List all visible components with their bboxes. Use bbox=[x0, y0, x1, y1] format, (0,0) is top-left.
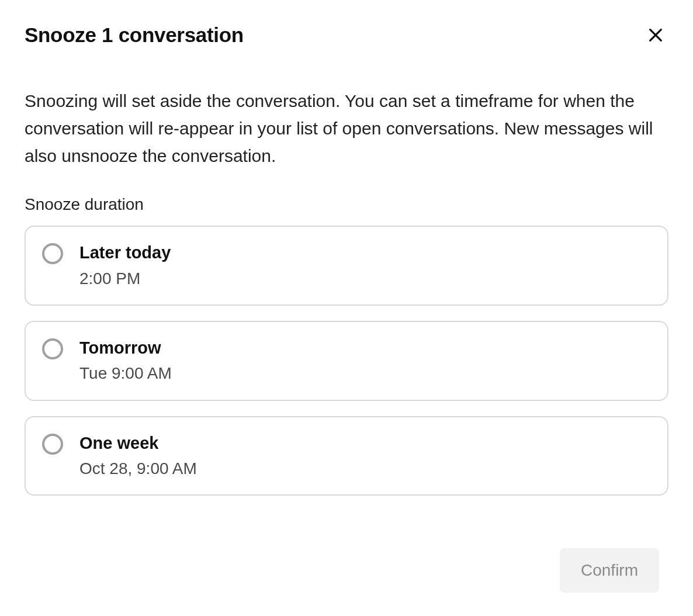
dialog-footer: Confirm bbox=[560, 548, 659, 593]
option-title: Tomorrow bbox=[79, 337, 172, 358]
option-subtitle: Tue 9:00 AM bbox=[79, 363, 172, 384]
option-subtitle: 2:00 PM bbox=[79, 268, 171, 289]
snooze-option-tomorrow[interactable]: Tomorrow Tue 9:00 AM bbox=[25, 321, 668, 401]
snooze-options: Later today 2:00 PM Tomorrow Tue 9:00 AM… bbox=[25, 226, 668, 496]
option-subtitle: Oct 28, 9:00 AM bbox=[79, 458, 197, 479]
option-text: One week Oct 28, 9:00 AM bbox=[79, 432, 197, 480]
snooze-option-one-week[interactable]: One week Oct 28, 9:00 AM bbox=[25, 416, 668, 496]
close-button[interactable] bbox=[643, 22, 668, 48]
option-text: Tomorrow Tue 9:00 AM bbox=[79, 337, 172, 385]
confirm-button[interactable]: Confirm bbox=[560, 548, 659, 593]
dialog-header: Snooze 1 conversation bbox=[25, 22, 668, 48]
close-icon bbox=[646, 26, 665, 44]
dialog-description: Snoozing will set aside the conversation… bbox=[25, 88, 668, 169]
snooze-option-later-today[interactable]: Later today 2:00 PM bbox=[25, 226, 668, 306]
radio-icon bbox=[42, 243, 63, 264]
radio-icon bbox=[42, 434, 63, 455]
option-text: Later today 2:00 PM bbox=[79, 242, 171, 289]
option-title: One week bbox=[79, 432, 197, 454]
option-title: Later today bbox=[79, 242, 171, 263]
snooze-duration-label: Snooze duration bbox=[25, 195, 668, 214]
dialog-title: Snooze 1 conversation bbox=[25, 23, 244, 47]
radio-icon bbox=[42, 338, 63, 359]
